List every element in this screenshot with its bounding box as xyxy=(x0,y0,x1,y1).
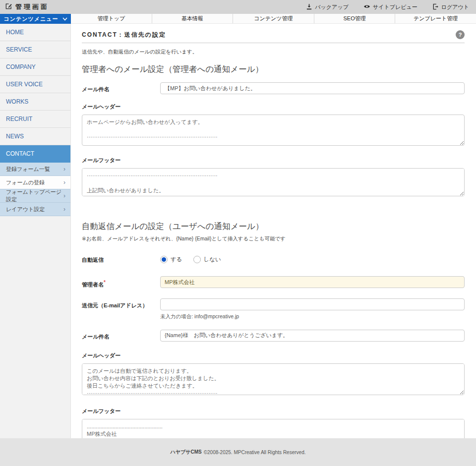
help-icon[interactable]: ? xyxy=(456,30,465,39)
tab-basic-info[interactable]: 基本情報 xyxy=(152,14,234,23)
site-preview-label: サイトプレビュー xyxy=(373,3,417,11)
required-asterisk: * xyxy=(104,280,106,285)
chevron-right-icon: › xyxy=(63,166,65,173)
auto-reply-note: ※お名前、メールアドレスをそれぞれ、{Name} {Email}として挿入するこ… xyxy=(82,235,465,242)
sidebar-item-recruit[interactable]: RECRUIT xyxy=(0,111,70,128)
admin-name-input[interactable] xyxy=(160,276,465,288)
page-header: CONTACT：送信先の設定 ? xyxy=(82,30,465,39)
backup-label: バックアップ xyxy=(315,3,349,11)
site-footer: ハヤブサCMS ©2008-2025. MPCreative All Right… xyxy=(0,438,476,466)
from-email-row: 送信元（E-mailアドレス） 未入力の場合: info@mpcreative.… xyxy=(82,298,465,320)
logout-button[interactable]: ログアウト xyxy=(432,3,469,11)
reply-subject-label: メール件名 xyxy=(82,330,160,342)
subitem-label: レイアウト設定 xyxy=(6,206,45,213)
sidebar-item-news[interactable]: NEWS xyxy=(0,128,70,145)
topbar-actions: バックアップ サイトプレビュー ログアウト xyxy=(306,3,469,11)
tab-seo-management[interactable]: SEO管理 xyxy=(314,14,396,23)
logout-label: ログアウト xyxy=(441,3,469,11)
sidebar-item-company[interactable]: COMPANY xyxy=(0,58,70,76)
radio-auto-reply-off[interactable]: しない xyxy=(193,256,221,263)
radio-unselected-icon[interactable] xyxy=(193,256,201,263)
reply-mail-footer-label: メールフッター xyxy=(82,408,465,415)
admin-mail-header-textarea[interactable] xyxy=(82,115,465,146)
auto-reply-heading: 自動返信メールの設定（ユーザへの通知メール） xyxy=(82,221,465,232)
page-title: CONTACT：送信先の設定 xyxy=(82,31,166,39)
admin-name-label-text: 管理者名 xyxy=(82,282,104,288)
sidebar-subitem-form-register[interactable]: フォームの登録 › xyxy=(0,176,70,189)
sidebar-subitem-layout-settings[interactable]: レイアウト設定 › xyxy=(0,203,70,216)
footer-copyright: ©2008-2025. MPCreative All Rights Reserv… xyxy=(204,450,306,455)
sidebar-item-contact[interactable]: CONTACT xyxy=(0,145,70,163)
topbar: 管理画面 バックアップ サイトプレビュー xyxy=(0,0,476,14)
content-menu-label: コンテンツメニュー xyxy=(3,15,58,23)
admin-name-label: 管理者名* xyxy=(82,276,160,289)
from-email-label: 送信元（E-mailアドレス） xyxy=(82,298,160,320)
reply-mail-header-label: メールヘッダー xyxy=(82,352,465,359)
nav-row: コンテンツメニュー 管理トップ 基本情報 コンテンツ管理 SEO管理 テンプレー… xyxy=(0,14,476,24)
radio-on-label: する xyxy=(171,256,182,263)
admin-mail-heading: 管理者へのメール設定（管理者への通知メール） xyxy=(82,64,465,75)
sidebar: HOME SERVICE COMPANY USER VOICE WORKS RE… xyxy=(0,24,71,438)
footer-brand: ハヤブサCMS xyxy=(171,449,202,456)
body-row: HOME SERVICE COMPANY USER VOICE WORKS RE… xyxy=(0,24,476,438)
tab-content-management[interactable]: コンテンツ管理 xyxy=(233,14,314,23)
site-preview-button[interactable]: サイトプレビュー xyxy=(363,3,417,11)
admin-subject-row: メール件名 xyxy=(82,82,465,94)
admin-mail-header-label: メールヘッダー xyxy=(82,103,465,111)
reply-subject-row: メール件名 xyxy=(82,330,465,342)
top-tabs: 管理トップ 基本情報 コンテンツ管理 SEO管理 テンプレート管理 xyxy=(71,14,476,24)
page-description: 送信先や、自動返信のメールの設定を行います。 xyxy=(82,49,465,56)
from-email-input[interactable] xyxy=(160,298,465,310)
admin-name-row: 管理者名* xyxy=(82,276,465,289)
subitem-label: フォームトップページ設定 xyxy=(6,188,63,203)
reply-mail-header-textarea[interactable] xyxy=(82,363,465,395)
sidebar-subitem-form-top-settings[interactable]: フォームトップページ設定 › xyxy=(0,189,70,203)
sidebar-item-home[interactable]: HOME xyxy=(0,24,70,41)
chevron-right-icon: › xyxy=(63,179,65,186)
reply-subject-input[interactable] xyxy=(160,330,465,342)
sidebar-item-user-voice[interactable]: USER VOICE xyxy=(0,76,70,93)
auto-reply-label: 自動返信 xyxy=(82,253,160,264)
tab-admin-top[interactable]: 管理トップ xyxy=(71,14,152,23)
auto-reply-radio-group: する しない xyxy=(160,253,465,264)
backup-button[interactable]: バックアップ xyxy=(306,3,349,11)
eye-icon xyxy=(363,3,370,10)
app-title: 管理画面 xyxy=(15,2,49,11)
radio-auto-reply-on[interactable]: する xyxy=(160,256,182,263)
app-title-group: 管理画面 xyxy=(5,2,49,12)
chevron-down-icon xyxy=(62,16,67,22)
admin-subject-label: メール件名 xyxy=(82,82,160,94)
edit-square-icon xyxy=(5,2,12,12)
main-content: CONTACT：送信先の設定 ? 送信先や、自動返信のメールの設定を行います。 … xyxy=(71,24,476,438)
sidebar-item-service[interactable]: SERVICE xyxy=(0,41,70,58)
radio-selected-icon[interactable] xyxy=(160,256,168,263)
sidebar-item-works[interactable]: WORKS xyxy=(0,93,70,111)
subitem-label: フォームの登録 xyxy=(6,179,45,186)
radio-off-label: しない xyxy=(204,256,221,263)
chevron-right-icon: › xyxy=(63,192,65,199)
sidebar-subitem-form-list[interactable]: 登録フォーム一覧 › xyxy=(0,163,70,176)
header-divider xyxy=(82,43,465,43)
content-menu-toggle[interactable]: コンテンツメニュー xyxy=(0,14,71,24)
tab-template-management[interactable]: テンプレート管理 xyxy=(395,14,476,23)
admin-mail-footer-label: メールフッター xyxy=(82,157,465,164)
logout-icon xyxy=(432,3,439,11)
subitem-label: 登録フォーム一覧 xyxy=(6,166,50,173)
admin-subject-input[interactable] xyxy=(160,82,465,94)
chevron-right-icon: › xyxy=(63,206,65,213)
from-email-note: 未入力の場合: info@mpcreative.jp xyxy=(160,313,465,320)
admin-mail-footer-textarea[interactable] xyxy=(82,168,465,196)
reply-mail-footer-textarea[interactable] xyxy=(82,419,465,438)
download-icon xyxy=(306,3,312,11)
auto-reply-radio-row: 自動返信 する しない xyxy=(82,253,465,264)
